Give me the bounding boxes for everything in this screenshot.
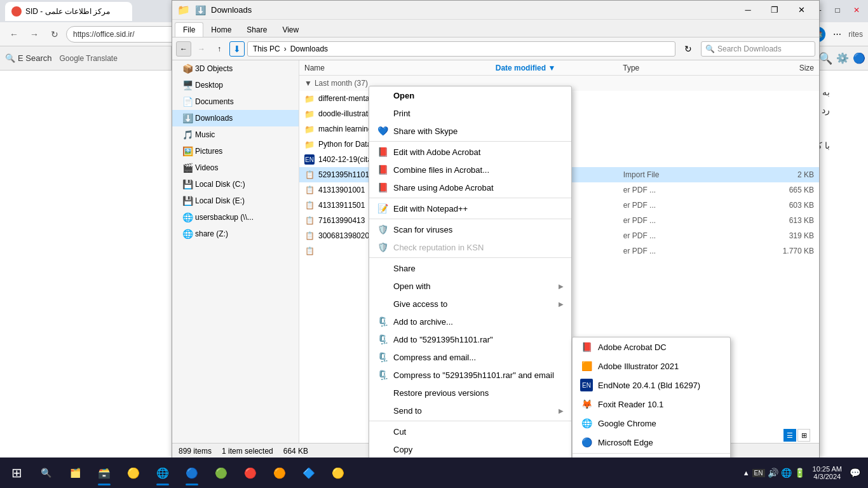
start-button[interactable]: ⊞ xyxy=(3,459,31,487)
taskbar-task-view[interactable]: 🗂️ xyxy=(61,459,89,487)
ctx-share-acrobat[interactable]: 📕Share using Adobe Acrobat xyxy=(369,179,571,196)
explorer-minimize-button[interactable]: ─ xyxy=(735,1,761,19)
ctx-share[interactable]: Share xyxy=(369,259,571,277)
submenu-arrow: ▶ xyxy=(559,283,564,290)
sub-item-illustrator[interactable]: 🟧 Adobe Illustrator 2021 xyxy=(573,356,730,376)
col-type[interactable]: Type xyxy=(623,64,750,72)
col-name[interactable]: Name xyxy=(304,64,496,72)
pdf-file-icon: 📋 xyxy=(304,170,315,180)
explorer-path-bar[interactable]: This PC › Downloads xyxy=(247,41,675,57)
kaspersky-scan-icon: 🛡️ xyxy=(377,224,388,235)
translate-label[interactable]: Google Translate xyxy=(59,54,117,63)
ctx-check-ksn[interactable]: 🛡️Check reputation in KSN xyxy=(369,238,571,256)
ribbon-tab-view[interactable]: View xyxy=(275,23,306,37)
edge-icon-browser[interactable]: 🔵 xyxy=(853,52,865,64)
sub-item-edge[interactable]: 🔵 Microsoft Edge xyxy=(573,433,730,452)
nav-forward-button[interactable]: → xyxy=(194,41,209,57)
taskbar-search[interactable]: 🔍 xyxy=(32,459,60,487)
ctx-combine-acrobat[interactable]: 📕Combine files in Acrobat... xyxy=(369,161,571,179)
tiles-view-button[interactable]: ⊞ xyxy=(797,429,810,442)
details-view-button[interactable]: ☰ xyxy=(783,429,796,442)
ctx-copy[interactable]: Copy xyxy=(369,440,571,458)
refresh-button[interactable]: ↻ xyxy=(46,25,64,43)
sidebar-item-3dobjects[interactable]: 📦3D Objects xyxy=(172,60,299,77)
sidebar-item-local-c[interactable]: 💾Local Disk (C:) xyxy=(172,176,299,193)
ctx-scan-viruses[interactable]: 🛡️Scan for viruses xyxy=(369,220,571,238)
folder-icon: 📁 xyxy=(304,109,315,119)
ribbon-tab-share[interactable]: Share xyxy=(239,23,275,37)
col-size[interactable]: Size xyxy=(750,64,814,72)
taskbar-app-orange[interactable]: 🟠 xyxy=(266,459,294,487)
restore-icon xyxy=(377,387,388,398)
taskbar-edge2[interactable]: 🔷 xyxy=(295,459,323,487)
sub-item-foxit[interactable]: 🦊 Foxit Reader 10.1 xyxy=(573,395,730,414)
ctx-print[interactable]: Print xyxy=(369,104,571,122)
settings-icon[interactable]: ⚙️ xyxy=(836,52,849,64)
ctx-compress-rar-email[interactable]: 🗜️Compress to "5291395h1101.rar" and ema… xyxy=(369,366,571,384)
file-list-header: Name Date modified ▼ Type Size xyxy=(299,60,819,76)
col-date[interactable]: Date modified ▼ xyxy=(496,64,623,72)
taskbar-chrome[interactable]: 🔵 xyxy=(178,459,206,487)
taskbar-file-explorer[interactable]: 🗃️ xyxy=(90,459,118,487)
ctx-edit-notepad[interactable]: 📝Edit with Notepad++ xyxy=(369,200,571,217)
ribbon-tab-home[interactable]: Home xyxy=(203,23,239,37)
volume-icon[interactable]: 🔊 xyxy=(768,468,778,478)
browser-tab[interactable]: SID - مرکز اطلاعات علمی xyxy=(5,2,132,21)
ctx-send-to[interactable]: Send to▶ xyxy=(369,402,571,419)
ctx-restore-versions[interactable]: Restore previous versions xyxy=(369,384,571,402)
ctx-open[interactable]: Open xyxy=(369,86,571,104)
sidebar-item-music[interactable]: 🎵Music xyxy=(172,126,299,143)
browser-close-button[interactable]: ✕ xyxy=(848,3,865,18)
menu-button[interactable]: ⋯ xyxy=(829,27,844,42)
sidebar-item-usersbackup[interactable]: 🌐usersbackup (\\... xyxy=(172,209,299,226)
nav-back-button[interactable]: ← xyxy=(176,41,191,57)
taskbar-app-yellow[interactable]: 🟡 xyxy=(119,459,147,487)
share-z-icon: 🌐 xyxy=(182,229,193,239)
sub-item-endnote[interactable]: EN EndNote 20.4.1 (Bld 16297) xyxy=(573,376,730,395)
print-icon xyxy=(377,107,388,119)
explorer-close-button[interactable]: ✕ xyxy=(789,1,814,19)
explorer-search-box[interactable]: 🔍 Search Downloads xyxy=(701,41,815,57)
ctx-share-skype[interactable]: 💙Share with Skype xyxy=(369,122,571,140)
sub-item-chrome[interactable]: 🌐 Google Chrome xyxy=(573,414,730,433)
ctx-cut[interactable]: Cut xyxy=(369,423,571,440)
explorer-restore-button[interactable]: ❐ xyxy=(762,1,787,19)
taskbar-word[interactable]: 🔴 xyxy=(236,459,264,487)
taskbar-edge[interactable]: 🌐 xyxy=(149,459,177,487)
search-icon-browser[interactable]: 🔍 xyxy=(818,51,832,65)
taskbar-excel[interactable]: 🟢 xyxy=(207,459,235,487)
ctx-give-access[interactable]: Give access to▶ xyxy=(369,295,571,313)
sidebar-item-desktop[interactable]: 🖥️Desktop xyxy=(172,77,299,93)
ctx-add-archive[interactable]: 🗜️Add to archive... xyxy=(369,313,571,330)
sidebar-item-share-z[interactable]: 🌐share (Z:) xyxy=(172,226,299,242)
sidebar-item-downloads[interactable]: ⬇️Downloads xyxy=(172,110,299,126)
sidebar-item-documents[interactable]: 📄Documents xyxy=(172,93,299,110)
path-downloads[interactable]: Downloads xyxy=(290,44,328,53)
submenu-arrow-2: ▶ xyxy=(559,301,564,308)
battery-icon[interactable]: 🔋 xyxy=(794,468,805,478)
ctx-add-rar[interactable]: 🗜️Add to "5291395h1101.rar" xyxy=(369,330,571,348)
search-placeholder: Search Downloads xyxy=(717,44,782,53)
sidebar-item-videos[interactable]: 🎬Videos xyxy=(172,159,299,176)
sidebar-search-label[interactable]: E Search xyxy=(18,53,51,63)
ctx-open-with[interactable]: Open with▶ xyxy=(369,277,571,295)
taskbar-clock[interactable]: 10:25 AM 4/3/2024 xyxy=(808,465,847,480)
sidebar-item-local-e[interactable]: 💾Local Disk (E:) xyxy=(172,193,299,209)
ctx-edit-acrobat[interactable]: 📕Edit with Adobe Acrobat xyxy=(369,143,571,161)
browser-maximize-button[interactable]: □ xyxy=(829,3,846,18)
refresh-path-button[interactable]: ↻ xyxy=(678,41,698,57)
taskbar-app-yellow2[interactable]: 🟡 xyxy=(324,459,352,487)
download-icon-small: ⬇️ xyxy=(195,5,206,15)
sub-item-acrobat-dc[interactable]: 📕 Adobe Acrobat DC xyxy=(573,337,730,356)
nav-up-button[interactable]: ↑ xyxy=(212,41,227,57)
group-collapse-icon[interactable]: ▼ xyxy=(304,79,312,88)
forward-button[interactable]: → xyxy=(25,25,43,43)
sidebar-item-pictures[interactable]: 🖼️Pictures xyxy=(172,143,299,159)
notification-icon[interactable]: 💬 xyxy=(850,468,860,478)
back-button[interactable]: ← xyxy=(5,25,23,43)
ribbon-tab-file[interactable]: File xyxy=(175,22,203,37)
path-this-pc[interactable]: This PC xyxy=(253,44,280,53)
chevron-up-icon[interactable]: ▲ xyxy=(743,469,750,477)
network-icon[interactable]: 🌐 xyxy=(781,468,792,478)
ctx-compress-email[interactable]: 🗜️Compress and email... xyxy=(369,348,571,366)
